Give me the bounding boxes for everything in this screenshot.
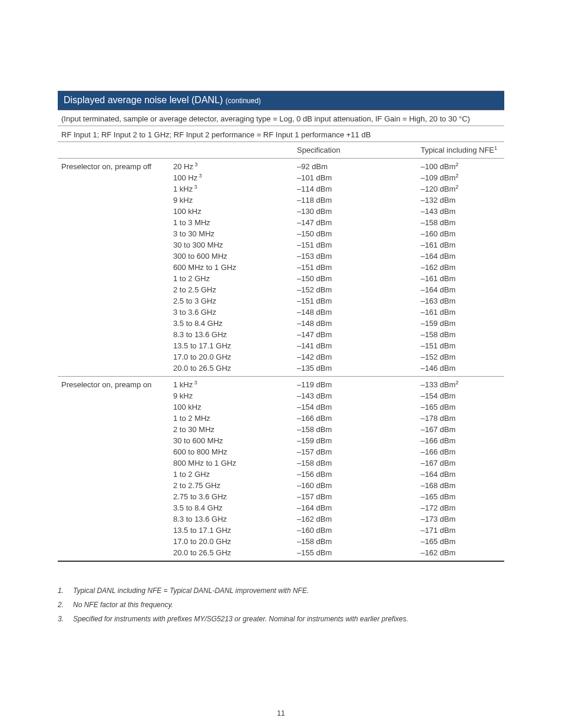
page: Displayed average noise level (DANL) (co…: [0, 0, 562, 728]
typical-value: –132 dBm: [421, 196, 455, 205]
table-section: Preselector on, preamp on1 kHz 3–119 dBm…: [58, 376, 504, 562]
frequency-value: 1 to 2 GHz: [173, 274, 210, 283]
row-specification: –159 dBm: [297, 435, 421, 446]
row-specification: –148 dBm: [297, 307, 421, 318]
row-label: [61, 424, 173, 435]
row-label: [61, 536, 173, 547]
frequency-value: 800 MHz to 1 GHz: [173, 459, 236, 467]
table-row: 20.0 to 26.5 GHz–135 dBm–146 dBm: [58, 363, 504, 374]
table-row: Preselector on, preamp on1 kHz 3–119 dBm…: [58, 379, 504, 390]
row-typical: –164 dBm: [421, 284, 501, 295]
typical-value: –159 dBm: [421, 319, 455, 328]
row-label: Preselector on, preamp on: [61, 379, 173, 390]
row-specification: –162 dBm: [297, 513, 421, 525]
row-frequency: 100 kHz: [173, 206, 297, 217]
row-specification: –148 dBm: [297, 318, 421, 329]
row-specification: –164 dBm: [297, 502, 421, 513]
row-specification: –158 dBm: [297, 424, 421, 435]
row-frequency: 17.0 to 20.0 GHz: [173, 351, 297, 363]
row-specification: –152 dBm: [297, 284, 421, 295]
row-frequency: 600 to 800 MHz: [173, 446, 297, 457]
table-row: 800 MHz to 1 GHz–158 dBm–167 dBm: [58, 457, 504, 469]
row-specification: –143 dBm: [297, 390, 421, 401]
frequency-value: 1 kHz: [173, 185, 193, 193]
row-frequency: 30 to 600 MHz: [173, 435, 297, 446]
row-typical: –152 dBm: [421, 351, 501, 363]
frequency-value: 1 to 3 MHz: [173, 218, 210, 227]
row-specification: –114 dBm: [297, 183, 421, 195]
typical-value: –165 dBm: [421, 403, 455, 411]
frequency-value: 3 to 3.6 GHz: [173, 308, 216, 317]
footnote-text: No NFE factor at this frequency.: [73, 601, 504, 609]
table-row: 8.3 to 13.6 GHz–162 dBm–173 dBm: [58, 513, 504, 525]
table-row: 13.5 to 17.1 GHz–141 dBm–151 dBm: [58, 340, 504, 351]
row-frequency: 3.5 to 8.4 GHz: [173, 502, 297, 513]
frequency-value: 20.0 to 26.5 GHz: [173, 548, 231, 557]
row-label: [61, 480, 173, 491]
row-typical: –109 dBm2: [421, 172, 501, 183]
row-frequency: 2 to 2.5 GHz: [173, 284, 297, 295]
footnote-2: 2. No NFE factor at this frequency.: [58, 601, 504, 609]
table-row: 30 to 600 MHz–159 dBm–166 dBm: [58, 435, 504, 446]
row-label: [61, 172, 173, 183]
row-label: [61, 390, 173, 401]
row-frequency: 2.5 to 3 GHz: [173, 295, 297, 307]
row-frequency: 1 to 2 GHz: [173, 469, 297, 480]
row-typical: –172 dBm: [421, 502, 501, 513]
typical-value: –151 dBm: [421, 341, 455, 350]
row-specification: –151 dBm: [297, 239, 421, 251]
typical-value: –173 dBm: [421, 515, 455, 523]
row-frequency: 1 to 2 MHz: [173, 413, 297, 424]
table-row: 1 to 2 GHz–156 dBm–164 dBm: [58, 469, 504, 480]
row-frequency: 1 to 2 GHz: [173, 273, 297, 284]
row-specification: –130 dBm: [297, 206, 421, 217]
frequency-value: 30 to 300 MHz: [173, 241, 223, 249]
row-typical: –151 dBm: [421, 340, 501, 351]
footnote-number: 2.: [58, 601, 73, 609]
row-typical: –171 dBm: [421, 525, 501, 536]
typical-value: –158 dBm: [421, 330, 455, 339]
table-row: 1 kHz 3–114 dBm–120 dBm2: [58, 183, 504, 195]
row-frequency: 100 kHz: [173, 401, 297, 413]
typical-value: –167 dBm: [421, 459, 455, 467]
row-typical: –120 dBm2: [421, 183, 501, 195]
frequency-value: 1 to 2 MHz: [173, 414, 210, 423]
row-typical: –160 dBm: [421, 228, 501, 239]
footnote-3: 3. Specified for instruments with prefix…: [58, 615, 504, 623]
row-frequency: 8.3 to 13.6 GHz: [173, 513, 297, 525]
row-typical: –168 dBm: [421, 480, 501, 491]
frequency-value: 100 kHz: [173, 403, 201, 411]
footnote-text: Specified for instruments with prefixes …: [73, 615, 504, 623]
subheading-1: (Input terminated, sample or average det…: [58, 110, 504, 126]
row-frequency: 1 kHz 3: [173, 379, 297, 390]
typical-value: –164 dBm: [421, 285, 455, 294]
frequency-note: 3: [193, 380, 197, 386]
row-label: [61, 251, 173, 262]
row-typical: –166 dBm: [421, 435, 501, 446]
row-typical: –166 dBm: [421, 446, 501, 457]
table-row: 300 to 600 MHz–153 dBm–164 dBm: [58, 251, 504, 262]
table-row: 9 kHz–143 dBm–154 dBm: [58, 390, 504, 401]
row-label: [61, 239, 173, 251]
frequency-value: 600 to 800 MHz: [173, 447, 227, 456]
row-frequency: 17.0 to 20.0 GHz: [173, 536, 297, 547]
typical-value: –166 dBm: [421, 447, 455, 456]
row-label: [61, 502, 173, 513]
table-row: 8.3 to 13.6 GHz–147 dBm–158 dBm: [58, 329, 504, 340]
row-typical: –173 dBm: [421, 513, 501, 525]
row-frequency: 300 to 600 MHz: [173, 251, 297, 262]
table-row: 17.0 to 20.0 GHz–158 dBm–165 dBm: [58, 536, 504, 547]
frequency-value: 100 kHz: [173, 207, 201, 216]
row-label: [61, 273, 173, 284]
row-typical: –161 dBm: [421, 239, 501, 251]
row-typical: –146 dBm: [421, 363, 501, 374]
row-typical: –165 dBm: [421, 491, 501, 502]
typical-value: –165 dBm: [421, 492, 455, 501]
table-row: 17.0 to 20.0 GHz–142 dBm–152 dBm: [58, 351, 504, 363]
row-label: [61, 513, 173, 525]
row-label: [61, 295, 173, 307]
row-frequency: 3.5 to 8.4 GHz: [173, 318, 297, 329]
typical-value: –172 dBm: [421, 503, 455, 512]
row-specification: –101 dBm: [297, 172, 421, 183]
row-label: [61, 457, 173, 469]
